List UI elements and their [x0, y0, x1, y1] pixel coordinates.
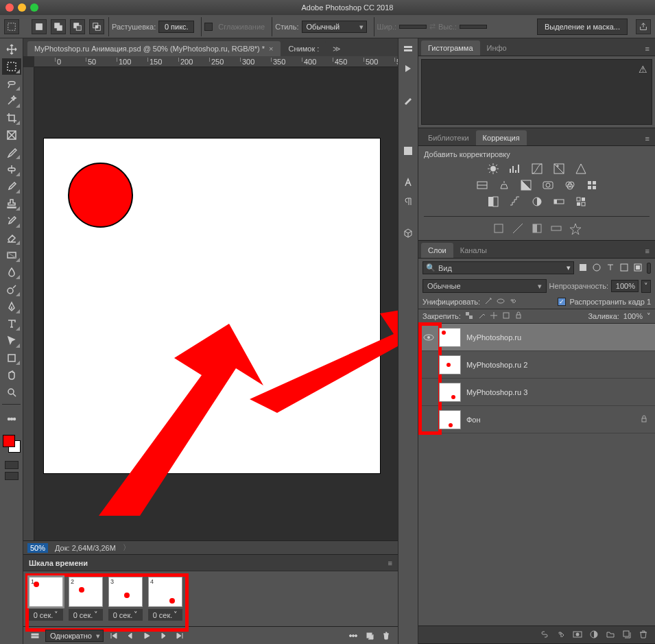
- play-button[interactable]: [141, 630, 153, 642]
- layer-filter[interactable]: 🔍 Вид ▾: [422, 261, 574, 274]
- add-selection-button[interactable]: [51, 19, 66, 34]
- panel-menu-button[interactable]: ≡: [640, 132, 655, 145]
- new-layer-button[interactable]: [622, 630, 632, 641]
- fill-input[interactable]: 100%: [623, 312, 643, 320]
- layer-row[interactable]: MyPhotoshop.ru 2: [418, 351, 655, 379]
- lock-image-icon[interactable]: [477, 311, 486, 321]
- opacity-slider-button[interactable]: ˅: [641, 280, 651, 293]
- dodge-tool[interactable]: [2, 281, 21, 298]
- preset-icon[interactable]: [512, 222, 524, 236]
- intersect-selection-button[interactable]: [89, 19, 104, 34]
- actions-panel-icon[interactable]: [403, 63, 414, 75]
- frame-duration[interactable]: 0 сек.˅: [108, 609, 143, 621]
- invert-icon[interactable]: [487, 195, 499, 209]
- preset-icon[interactable]: [531, 222, 543, 236]
- brush-settings-panel-icon[interactable]: [403, 114, 414, 126]
- channel-mixer-icon[interactable]: [564, 179, 576, 193]
- filter-toggle[interactable]: [647, 263, 651, 274]
- status-flyout-icon[interactable]: 〉: [123, 542, 130, 553]
- lasso-tool[interactable]: [2, 75, 21, 92]
- foreground-color-swatch[interactable]: [3, 435, 15, 447]
- style-select[interactable]: Обычный: [302, 21, 367, 33]
- zoom-tool[interactable]: [2, 384, 21, 401]
- frame-duration[interactable]: 0 сек.˅: [148, 609, 182, 621]
- new-group-button[interactable]: [606, 630, 615, 641]
- tab-libraries[interactable]: Библиотеки: [421, 130, 476, 145]
- black-white-icon[interactable]: [520, 179, 532, 193]
- last-frame-button[interactable]: [174, 630, 186, 642]
- exposure-icon[interactable]: [553, 163, 565, 176]
- move-tool[interactable]: [2, 41, 21, 58]
- panel-menu-button[interactable]: ≡: [640, 42, 655, 56]
- shape-tool[interactable]: [2, 350, 21, 366]
- layer-thumbnail[interactable]: [439, 410, 461, 429]
- preset-icon[interactable]: [550, 222, 562, 236]
- prev-frame-button[interactable]: [124, 630, 136, 642]
- history-brush-tool[interactable]: [2, 213, 21, 229]
- layer-thumbnail[interactable]: [439, 328, 461, 347]
- threshold-icon[interactable]: [531, 195, 543, 209]
- tool-preset-button[interactable]: [4, 19, 19, 34]
- opacity-input[interactable]: 100%: [611, 280, 639, 292]
- layer-name[interactable]: MyPhotoshop.ru: [466, 333, 655, 342]
- preset-icon[interactable]: [492, 222, 505, 236]
- layer-thumbnail[interactable]: [439, 355, 461, 374]
- close-tab-icon[interactable]: ×: [269, 45, 273, 53]
- photo-filter-icon[interactable]: [542, 179, 554, 193]
- document-tab[interactable]: Снимок :: [282, 41, 326, 56]
- color-lookup-icon[interactable]: [586, 179, 598, 193]
- animation-frame[interactable]: 3 0 сек.˅: [108, 577, 143, 621]
- fill-slider-button[interactable]: ˅: [647, 312, 651, 321]
- blur-tool[interactable]: [2, 264, 21, 281]
- animation-frame[interactable]: 1 0 сек.˅: [29, 577, 63, 621]
- timeline-mode-button[interactable]: [29, 630, 41, 642]
- brush-tool[interactable]: [2, 178, 21, 195]
- marquee-tool[interactable]: [2, 58, 21, 75]
- tab-channels[interactable]: Каналы: [453, 243, 494, 258]
- layer-name[interactable]: MyPhotoshop.ru 3: [466, 388, 655, 396]
- loop-select[interactable]: Однократно: [45, 630, 104, 642]
- animation-frame[interactable]: 4 0 сек.˅: [148, 577, 182, 621]
- levels-icon[interactable]: [509, 163, 521, 176]
- quick-mask-button[interactable]: [5, 461, 19, 469]
- frame-duration[interactable]: 0 сек.˅: [69, 609, 103, 621]
- layer-mask-button[interactable]: [573, 630, 582, 641]
- vibrance-icon[interactable]: [575, 163, 587, 176]
- first-frame-button[interactable]: [108, 630, 120, 642]
- tab-adjustments[interactable]: Коррекция: [476, 130, 527, 145]
- pen-tool[interactable]: [2, 298, 21, 315]
- tab-layers[interactable]: Слои: [421, 243, 453, 258]
- history-panel-icon[interactable]: [403, 44, 414, 56]
- brightness-contrast-icon[interactable]: [487, 163, 499, 176]
- magic-wand-tool[interactable]: [2, 93, 21, 109]
- filter-pixel-icon[interactable]: [578, 263, 588, 274]
- filter-smart-icon[interactable]: [633, 263, 643, 274]
- close-window-button[interactable]: [5, 3, 14, 12]
- filter-adjustment-icon[interactable]: [592, 263, 602, 274]
- preset-icon[interactable]: [569, 222, 582, 236]
- layer-visibility-toggle[interactable]: [418, 334, 439, 341]
- frame-tool[interactable]: [2, 127, 21, 143]
- cache-warning-icon[interactable]: ⚠: [639, 64, 647, 75]
- hand-tool[interactable]: [2, 367, 21, 383]
- stamp-tool[interactable]: [2, 195, 21, 212]
- filter-type-icon[interactable]: [606, 263, 615, 274]
- lock-transparent-icon[interactable]: [465, 311, 473, 321]
- layer-style-button[interactable]: [556, 630, 566, 641]
- brushes-panel-icon[interactable]: [403, 95, 414, 107]
- delete-layer-button[interactable]: [639, 630, 648, 641]
- unify-visibility-icon[interactable]: [497, 297, 505, 307]
- character-panel-icon[interactable]: [403, 177, 414, 189]
- tab-info[interactable]: Инфо: [480, 40, 514, 56]
- paragraph-panel-icon[interactable]: [403, 196, 414, 208]
- tween-button[interactable]: [347, 630, 359, 642]
- subtract-selection-button[interactable]: [70, 19, 85, 34]
- layer-name[interactable]: Фон: [466, 416, 640, 424]
- gradient-map-icon[interactable]: [553, 195, 565, 209]
- duplicate-frame-button[interactable]: [364, 630, 376, 642]
- next-frame-button[interactable]: [157, 630, 169, 642]
- link-layers-button[interactable]: [540, 630, 549, 641]
- gradient-tool[interactable]: [2, 247, 21, 263]
- panel-menu-button[interactable]: ≡: [640, 244, 655, 258]
- lock-artboard-icon[interactable]: [502, 311, 510, 321]
